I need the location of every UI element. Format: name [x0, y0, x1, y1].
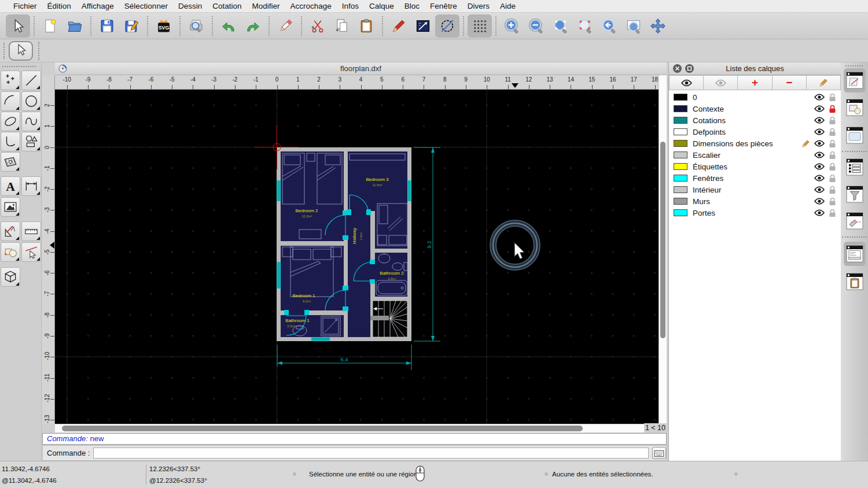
- vertical-scrollbar-thumb[interactable]: [660, 142, 665, 338]
- dock-drag-handle[interactable]: [845, 65, 863, 66]
- redo-button[interactable]: [241, 14, 265, 38]
- toolbar-drag-handle[interactable]: [3, 43, 5, 59]
- block-list-widget-button[interactable]: [844, 95, 866, 120]
- entity-list-widget-button[interactable]: [844, 155, 866, 179]
- layer-visibility-eye-icon[interactable]: [814, 105, 825, 112]
- layer-row-7[interactable]: Fenêtres: [669, 172, 841, 184]
- open-file-button[interactable]: [62, 14, 87, 38]
- delete-entity-tool[interactable]: [21, 242, 41, 262]
- polyline-tool[interactable]: [1, 132, 20, 151]
- hide-all-layers-button[interactable]: [704, 75, 738, 90]
- menu-item-11[interactable]: Fenêtre: [425, 0, 462, 13]
- toolbox-drag-handle[interactable]: [2, 66, 36, 67]
- select-tool-button[interactable]: [6, 14, 30, 38]
- new-document-button[interactable]: [38, 14, 62, 38]
- text-tool[interactable]: A: [1, 176, 20, 196]
- zoom-in-button[interactable]: [500, 14, 524, 38]
- layer-visibility-eye-icon[interactable]: [814, 198, 825, 205]
- layer-lock-icon[interactable]: [829, 139, 836, 148]
- layer-lock-icon[interactable]: [829, 209, 836, 217]
- solid-3d-tool[interactable]: [1, 267, 20, 287]
- arc-tool[interactable]: [1, 91, 20, 111]
- layer-visibility-eye-icon[interactable]: [814, 117, 825, 124]
- horizontal-scrollbar-thumb[interactable]: [62, 426, 583, 431]
- layer-row-6[interactable]: Étiquettes: [669, 161, 841, 172]
- grid-toggle-button[interactable]: [468, 14, 492, 38]
- save-as-button[interactable]: [119, 14, 144, 38]
- clipboard-widget-button[interactable]: [844, 269, 866, 294]
- undo-button[interactable]: [216, 14, 241, 38]
- menu-item-0[interactable]: Fichier: [8, 0, 42, 13]
- shapes-tool[interactable]: [21, 132, 41, 151]
- layer-visibility-eye-icon[interactable]: [814, 163, 825, 170]
- menu-item-5[interactable]: Cotation: [207, 0, 247, 13]
- layer-lock-icon[interactable]: [829, 174, 836, 183]
- pen-palette-widget-button[interactable]: [844, 209, 866, 233]
- layer-lock-icon[interactable]: [829, 186, 836, 194]
- layer-visibility-eye-icon[interactable]: [814, 151, 825, 158]
- layer-row-3[interactable]: Defpoints: [669, 126, 841, 138]
- circle-tool[interactable]: [21, 91, 41, 111]
- layer-row-10[interactable]: Portes: [669, 207, 841, 219]
- layer-visibility-eye-icon[interactable]: [814, 94, 825, 101]
- spline-tool[interactable]: [21, 112, 41, 131]
- ellipse-tool[interactable]: [1, 112, 20, 131]
- menu-item-7[interactable]: Accrochage: [285, 0, 336, 13]
- pen-button[interactable]: [387, 14, 411, 38]
- layer-visibility-eye-icon[interactable]: [814, 128, 825, 135]
- canvas-vertical-scrollbar[interactable]: [659, 75, 667, 426]
- line-tool[interactable]: [21, 71, 41, 90]
- layer-row-0[interactable]: 0: [669, 91, 841, 103]
- menu-item-3[interactable]: Sélectionner: [119, 0, 173, 13]
- command-input[interactable]: [93, 448, 649, 459]
- layer-visibility-eye-icon[interactable]: [814, 186, 825, 193]
- menu-item-1[interactable]: Édition: [42, 0, 76, 13]
- layer-lock-icon[interactable]: [829, 93, 836, 102]
- canvas-horizontal-scrollbar[interactable]: [55, 424, 645, 432]
- layer-lock-icon[interactable]: [829, 128, 836, 136]
- menu-item-12[interactable]: Divers: [462, 0, 495, 13]
- order-tool[interactable]: [1, 242, 20, 262]
- dimension-tool[interactable]: [21, 176, 41, 196]
- menu-item-13[interactable]: Aide: [495, 0, 521, 13]
- layer-visibility-eye-icon[interactable]: [814, 140, 825, 147]
- save-button[interactable]: [95, 14, 119, 38]
- filter-widget-button[interactable]: [844, 182, 866, 206]
- edit-layer-button[interactable]: [807, 75, 841, 90]
- drawing-canvas[interactable]: Bedroom 2 12.3m² Bedroom 3 11.5m² Hallwa…: [55, 90, 659, 424]
- menu-item-8[interactable]: Infos: [337, 0, 364, 13]
- measure-tool[interactable]: [21, 221, 41, 241]
- menu-item-2[interactable]: Affichage: [76, 0, 119, 13]
- layer-visibility-eye-icon[interactable]: [814, 175, 825, 182]
- layer-lock-icon[interactable]: [829, 197, 836, 206]
- zoom-auto-button[interactable]: [549, 14, 573, 38]
- zoom-out-button[interactable]: [524, 14, 549, 38]
- zoom-redraw-button[interactable]: [573, 14, 597, 38]
- remove-layer-button[interactable]: −: [773, 75, 807, 90]
- layer-lock-icon[interactable]: [829, 162, 836, 171]
- layer-row-8[interactable]: Intérieur: [669, 184, 841, 195]
- paste-button[interactable]: [354, 14, 378, 38]
- copy-button[interactable]: [330, 14, 354, 38]
- image-tool[interactable]: [1, 197, 20, 217]
- menu-item-10[interactable]: Bloc: [399, 0, 425, 13]
- layer-visibility-eye-icon[interactable]: [814, 209, 825, 216]
- layer-list-widget-button[interactable]: [844, 68, 866, 93]
- print-preview-button[interactable]: [184, 14, 208, 38]
- selection-tool-button[interactable]: [9, 41, 33, 61]
- eraser-button[interactable]: [273, 14, 297, 38]
- layer-lock-icon[interactable]: [829, 151, 836, 160]
- zoom-window-button[interactable]: [621, 14, 646, 38]
- zoom-previous-button[interactable]: [597, 14, 621, 38]
- command-widget-button[interactable]: [844, 242, 866, 266]
- layer-row-2[interactable]: Cotations: [669, 114, 841, 126]
- points-tool[interactable]: [1, 71, 20, 90]
- layer-row-5[interactable]: Escalier: [669, 149, 841, 161]
- svg-export-button[interactable]: SVG: [152, 14, 176, 38]
- menu-item-6[interactable]: Modifier: [247, 0, 285, 13]
- hatch-tool[interactable]: [1, 152, 20, 172]
- zoom-pan-button[interactable]: [646, 14, 670, 38]
- layer-lock-icon[interactable]: [829, 116, 836, 125]
- library-widget-button[interactable]: [844, 123, 866, 147]
- show-all-layers-button[interactable]: [669, 75, 704, 90]
